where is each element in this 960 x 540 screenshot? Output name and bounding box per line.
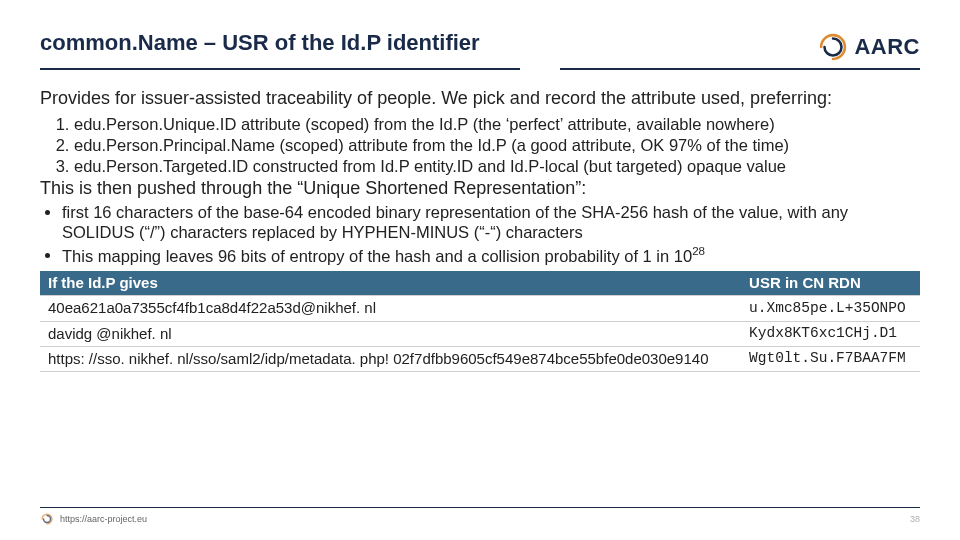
usr-bullets: first 16 characters of the base-64 encod…: [40, 202, 920, 265]
footer-url: https://aarc-project.eu: [60, 514, 147, 524]
cell-usr: Wgt0lt.Su.F7BAA7FM: [741, 347, 920, 372]
list-item: first 16 characters of the base-64 encod…: [62, 202, 920, 242]
list-item: edu.Person.Principal.Name (scoped) attri…: [74, 135, 920, 155]
cell-usr: Kydx8KT6xc1CHj.D1: [741, 321, 920, 346]
cell-usr: u.Xmc85pe.L+35ONPO: [741, 296, 920, 321]
usr-heading: This is then pushed through the “Unique …: [40, 178, 920, 200]
cell-idp: davidg @nikhef. nl: [40, 321, 741, 346]
intro-text: Provides for issuer-assisted traceabilit…: [40, 88, 920, 110]
title-rules: [40, 68, 920, 70]
logo-text: AARC: [854, 34, 920, 60]
page-number: 38: [910, 514, 920, 524]
swirl-icon: [816, 30, 850, 64]
list-item: edu.Person.Unique.ID attribute (scoped) …: [74, 114, 920, 134]
cell-idp: 40ea621a0a7355cf4fb1ca8d4f22a53d@nikhef.…: [40, 296, 741, 321]
cell-idp: https: //sso. nikhef. nl/sso/saml2/idp/m…: [40, 347, 741, 372]
slide-title: common.Name – USR of the Id.P identifier: [40, 30, 480, 56]
aarc-logo: AARC: [816, 30, 920, 64]
table-row: 40ea621a0a7355cf4fb1ca8d4f22a53d@nikhef.…: [40, 296, 920, 321]
list-item: edu.Person.Targeted.ID constructed from …: [74, 156, 920, 176]
table-row: https: //sso. nikhef. nl/sso/saml2/idp/m…: [40, 347, 920, 372]
usr-table: If the Id.P gives USR in CN RDN 40ea621a…: [40, 271, 920, 372]
table-header-idp: If the Id.P gives: [40, 271, 741, 296]
attribute-list: edu.Person.Unique.ID attribute (scoped) …: [40, 114, 920, 176]
slide-footer: https://aarc-project.eu 38: [40, 507, 920, 526]
mini-swirl-icon: [40, 512, 54, 526]
list-item: This mapping leaves 96 bits of entropy o…: [62, 244, 920, 266]
table-header-usr: USR in CN RDN: [741, 271, 920, 296]
table-row: davidg @nikhef. nl Kydx8KT6xc1CHj.D1: [40, 321, 920, 346]
